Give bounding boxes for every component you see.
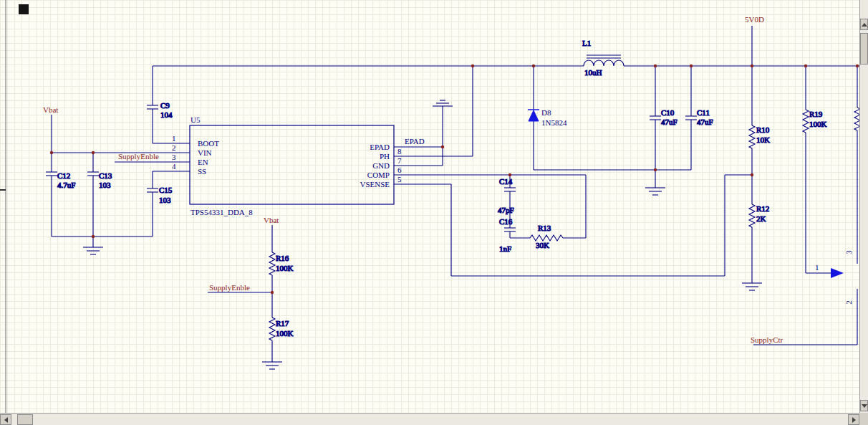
vertical-scrollbar[interactable] [859,0,868,413]
component-resistor-clipped[interactable] [854,108,859,130]
component-ref: C13 [99,171,112,180]
scroll-up-button[interactable] [860,19,868,30]
vertical-scroll-thumb[interactable] [860,33,868,65]
component-c9[interactable]: C9 104 [147,101,173,119]
component-r16[interactable]: R16 100K [269,252,294,275]
resistor-icon [269,252,275,275]
component-c10[interactable]: C10 47uF [650,108,677,126]
arrow-up-icon [862,23,867,27]
inductor-icon [584,60,624,66]
schematic-canvas[interactable]: U5 TPS54331_DDA_8 BOOT VIN EN SS 1 2 3 4… [0,0,859,413]
pin-number: 2 [172,143,176,152]
resistor-icon [530,235,563,241]
net-label-supplyenble-2[interactable]: SupplyEnble [209,283,250,292]
pin-number: 6 [397,166,402,174]
ic-u5[interactable]: U5 TPS54331_DDA_8 BOOT VIN EN SS 1 2 3 4… [172,115,402,216]
resistor-icon [749,125,755,148]
component-value: 10K [756,135,770,144]
component-value: 100K [276,264,294,272]
component-value: 4.7uF [57,181,75,189]
horizontal-scroll-thumb[interactable] [17,414,33,425]
arrow-left-icon [4,417,8,423]
connector-pin-number: 2 [844,300,853,305]
pin-name: COMP [367,171,390,179]
ground-icon [262,362,282,369]
net-label-vbat-2[interactable]: Vbat [264,216,279,224]
junction-dots [50,65,859,294]
arrow-right-icon [852,417,856,423]
component-r13[interactable]: R13 30K [530,224,563,249]
wires [52,26,859,362]
resistor-icon [269,317,275,340]
pin-name: VSENSE [360,180,390,188]
component-c16[interactable]: C16 1nF [499,217,516,253]
capacitor-icon [504,188,516,191]
component-ref: R12 [756,204,769,213]
pin-number: 3 [172,153,176,161]
pin-number: 5 [397,175,402,183]
scrollbar-corner [859,413,868,425]
ic-body [190,125,394,204]
pin-name: EN [198,158,208,166]
component-ref: R13 [538,224,551,232]
pin-name: GND [372,161,390,170]
ground-icon [433,100,453,106]
resistor-icon [803,110,809,133]
scroll-right-button[interactable] [848,414,859,425]
component-r19[interactable]: R19 100K [803,110,827,133]
component-c14[interactable]: C14 47pF [498,177,516,214]
component-value: 103 [99,181,111,189]
sheet-corner-marker [19,4,29,14]
pin-name: EPAD [370,143,390,151]
component-value: 47pF [498,206,514,214]
ic-part-number: TPS54331_DDA_8 [191,208,253,216]
ground-icon [83,247,103,254]
component-ref: R16 [276,254,289,262]
pin-name: PH [380,152,390,161]
net-label-epad[interactable]: EPAD [405,137,425,145]
component-c15[interactable]: C15 103 [147,186,173,204]
component-ref: C12 [57,171,70,180]
component-r10[interactable]: R10 10K [749,125,770,148]
component-r12[interactable]: R12 2K [749,204,769,227]
component-r17[interactable]: R17 100K [269,317,294,340]
capacitor-icon [147,105,158,109]
component-value: 47uF [661,118,677,126]
component-ref: C10 [661,108,675,117]
component-value: 100K [276,329,294,338]
net-label-5v0d[interactable]: 5V0D [745,15,764,24]
scroll-left-button[interactable] [0,414,11,425]
capacitor-icon [685,116,697,120]
connector-right-edge[interactable]: 1 3 2 [815,250,853,305]
capacitor-icon [650,116,661,120]
horizontal-scrollbar[interactable] [0,413,859,425]
capacitor-icon [87,172,99,176]
component-value: 104 [160,110,173,119]
scroll-down-button[interactable] [860,400,868,411]
component-ref: R10 [756,125,770,134]
component-value: 47uF [697,118,713,126]
net-label-supplyctr[interactable]: SupplyCtr [751,335,783,344]
component-ref: C15 [159,186,173,194]
pin-name: SS [198,167,206,176]
schematic-sheet[interactable]: U5 TPS54331_DDA_8 BOOT VIN EN SS 1 2 3 4… [0,0,859,413]
pin-number: 4 [172,162,176,171]
diode-icon [529,110,539,121]
net-label-supplyenble[interactable]: SupplyEnble [118,152,159,161]
capacitor-icon [147,188,158,192]
component-ref: C11 [697,108,710,117]
component-ref: D8 [541,108,551,117]
component-c11[interactable]: C11 47uF [685,108,713,126]
net-label-vbat[interactable]: Vbat [43,105,58,114]
pin-number: 8 [397,147,402,156]
pin-number: 1 [172,134,176,143]
component-c13[interactable]: C13 103 [87,171,112,189]
component-value: 2K [756,214,766,223]
resistor-icon [854,108,859,130]
component-ref: C9 [160,101,170,110]
component-ref: L1 [582,39,591,47]
ic-designator: U5 [191,115,201,124]
component-c12[interactable]: C12 4.7uF [46,171,75,189]
component-value: 10uH [584,68,602,77]
component-l1[interactable]: L1 10uH [582,39,624,77]
